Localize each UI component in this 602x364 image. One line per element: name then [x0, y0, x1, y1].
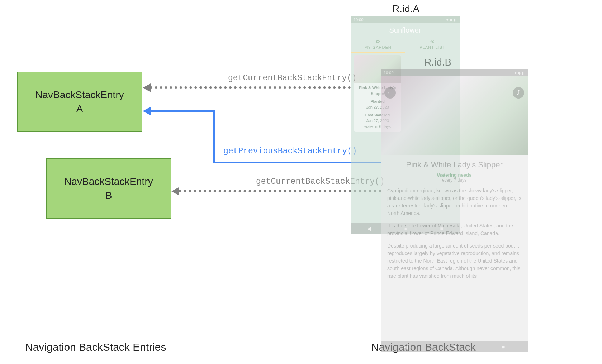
- phone-b-watering-value: every 7 days: [387, 178, 521, 183]
- method-label-previous: getPreviousBackStackEntry(): [223, 147, 357, 156]
- phone-b-watering-label: Watering needs: [387, 172, 521, 178]
- tab-plant-list[interactable]: ❀ PLANT LIST: [405, 37, 460, 53]
- flower-icon: ✿: [351, 39, 405, 44]
- tab-plant-list-label: PLANT LIST: [419, 45, 445, 49]
- phone-a-status-icons: [446, 18, 457, 22]
- nav-entry-b: NavBackStackEntry B: [46, 158, 171, 219]
- phone-b-content: Pink & White Lady's Slipper Watering nee…: [381, 155, 528, 290]
- tab-my-garden[interactable]: ✿ MY GARDEN: [351, 37, 405, 53]
- phone-b-hero-image: ← ⤴: [381, 76, 528, 155]
- connector-previous-v: [213, 110, 215, 163]
- nav-recent-icon[interactable]: ■: [502, 344, 505, 350]
- tab-my-garden-label: MY GARDEN: [364, 45, 391, 49]
- method-label-current-a: getCurrentBackStackEntry(): [228, 73, 357, 83]
- phone-b-paragraph-3: Despite producing a large amount of seed…: [387, 242, 521, 280]
- nav-entry-a: NavBackStackEntry A: [17, 72, 142, 132]
- share-button[interactable]: ⤴: [513, 87, 524, 99]
- nav-entry-b-label: NavBackStackEntry B: [64, 174, 153, 202]
- back-button[interactable]: ←: [384, 87, 396, 99]
- connector-previous-h2: [150, 110, 214, 112]
- rid-a-label: R.id.A: [392, 3, 419, 15]
- nav-home-icon[interactable]: ●: [453, 344, 456, 350]
- phone-a-statusbar: 10:00: [351, 16, 460, 23]
- phone-b-status-icons: [515, 71, 525, 75]
- phone-b-statusbar: 10:00: [381, 69, 528, 76]
- arrowhead-current-b: [171, 187, 179, 196]
- phone-b-navbar: ◀ ● ■: [381, 341, 528, 352]
- phone-b-time: 10:00: [384, 71, 394, 75]
- phone-b-paragraph-1: Cypripedium reginae, known as the showy …: [387, 187, 521, 217]
- phone-a-time: 10:00: [354, 18, 364, 22]
- arrow-left-icon: ←: [387, 89, 393, 96]
- phone-mockup-b: 10:00 ← ⤴ Pink & White Lady's Slipper Wa…: [381, 69, 528, 352]
- phone-b-plant-title: Pink & White Lady's Slipper: [387, 160, 521, 169]
- caption-entries: Navigation BackStack Entries: [25, 341, 166, 353]
- phone-a-app-title: Sunflower: [351, 23, 460, 37]
- phone-a-tabs: ✿ MY GARDEN ❀ PLANT LIST: [351, 37, 460, 53]
- leaf-icon: ❀: [405, 39, 460, 44]
- arrowhead-previous: [143, 107, 151, 115]
- nav-entry-a-label: NavBackStackEntry A: [35, 88, 124, 116]
- connector-current-a: [150, 86, 351, 89]
- phone-b-paragraph-2: It is the state flower of Minnesota, Uni…: [387, 222, 521, 237]
- nav-back-icon[interactable]: ◀: [367, 226, 371, 231]
- arrowhead-current-a: [143, 83, 151, 92]
- share-icon: ⤴: [517, 89, 520, 96]
- nav-back-icon[interactable]: ◀: [404, 344, 408, 350]
